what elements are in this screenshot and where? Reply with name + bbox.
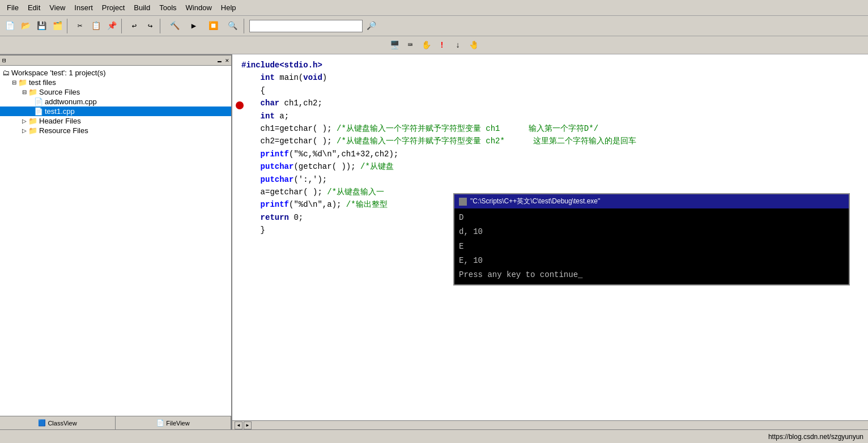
sidebar-item-addtwonum[interactable]: 📄 addtwonum.cpp xyxy=(0,97,231,107)
expand-source: ⊟ xyxy=(20,89,28,95)
code-line-4: char ch1,ch2; xyxy=(241,97,859,109)
sidebar-item-test1[interactable]: 📄 test1.cpp xyxy=(0,107,231,116)
code-scrollbar[interactable]: ◀ ▶ xyxy=(232,420,868,429)
menu-project[interactable]: Project xyxy=(97,2,129,13)
menu-help[interactable]: Help xyxy=(216,2,241,13)
console-line-3: E xyxy=(459,240,844,254)
sidebar-item-source-files[interactable]: ⊟ 📁 Source Files xyxy=(0,87,231,97)
code-line-13: putchar(':,'); xyxy=(241,173,859,186)
console-body: D d, 10 E E, 10 Press any key to continu… xyxy=(454,208,849,284)
new-button[interactable]: 📄 xyxy=(2,19,17,33)
workspace-root[interactable]: 🗂 Workspace 'test': 1 project(s) xyxy=(0,68,231,78)
header-folder-icon: 📁 xyxy=(28,117,37,125)
status-bar: https://blog.csdn.net/szgyunyun xyxy=(0,429,868,443)
search-button[interactable]: 🔎 xyxy=(364,19,378,33)
expand-header: ▷ xyxy=(20,118,28,124)
sep1 xyxy=(67,19,70,33)
sidebar-minimize[interactable]: 🗕 xyxy=(216,57,223,64)
save-all-button[interactable]: 🗂️ xyxy=(50,19,65,33)
source-files-label: Source Files xyxy=(39,88,80,96)
build-btn3[interactable]: ⏹️ xyxy=(204,19,222,33)
menu-window[interactable]: Window xyxy=(181,2,216,13)
sidebar-title-bar: ⊟ 🗕 ✕ xyxy=(0,56,231,66)
console-window: "C:\Scripts\C++英文\C\test\Debug\test.exe"… xyxy=(453,193,850,286)
scroll-left[interactable]: ◀ xyxy=(235,421,242,429)
classview-icon: 🟦 xyxy=(38,419,46,427)
build-btn2[interactable]: ▶️ xyxy=(185,19,203,33)
addtwonum-label: addtwonum.cpp xyxy=(45,97,97,106)
redo-button[interactable]: ↪ xyxy=(143,19,158,33)
fileview-label: FileView xyxy=(166,420,189,427)
sep3 xyxy=(160,19,163,33)
code-line-1: #include<stdio.h> xyxy=(241,59,859,71)
expand-test-files: ⊟ xyxy=(10,79,18,86)
save-button[interactable]: 💾 xyxy=(34,19,49,33)
console-line-1: D xyxy=(459,211,844,225)
fileview-icon: 📄 xyxy=(156,419,164,427)
sidebar-title: ⊟ xyxy=(2,57,6,64)
open-button[interactable]: 📂 xyxy=(18,19,33,33)
sidebar-tree: 🗂 Workspace 'test': 1 project(s) ⊟ 📁 tes… xyxy=(0,66,231,416)
main-area: ⊟ 🗕 ✕ 🗂 Workspace 'test': 1 project(s) ⊟… xyxy=(0,54,868,429)
menu-tools[interactable]: Tools xyxy=(155,2,181,13)
sep2 xyxy=(121,19,125,33)
toolbar1: 📄 📂 💾 🗂️ ✂️ 📋 📌 ↩ ↪ 🔨 ▶️ ⏹️ 🔍 🔎 xyxy=(0,16,868,36)
menu-insert[interactable]: Insert xyxy=(70,2,97,13)
menu-edit[interactable]: Edit xyxy=(23,2,45,13)
build-btn1[interactable]: 🔨 xyxy=(165,19,184,33)
scroll-right[interactable]: ▶ xyxy=(244,421,252,429)
classview-label: ClassView xyxy=(48,420,76,427)
sep4 xyxy=(244,19,247,33)
sidebar-close[interactable]: ✕ xyxy=(225,57,229,64)
menu-bar: File Edit View Insert Project Build Tool… xyxy=(0,0,868,16)
console-line-2: d, 10 xyxy=(459,225,844,239)
code-line-5: int a; xyxy=(241,110,859,122)
expand-resource: ▷ xyxy=(20,127,28,134)
menu-build[interactable]: Build xyxy=(129,2,155,13)
paste-button[interactable]: 📌 xyxy=(104,19,119,33)
workspace-icon: 🗂 xyxy=(2,69,10,77)
toolbar2: 🖥️ ⌨️ ✋ ! ↓ 🤚 xyxy=(0,36,868,54)
menu-view[interactable]: View xyxy=(45,2,70,13)
status-url: https://blog.csdn.net/szgyunyun xyxy=(768,433,863,441)
debug-btn2[interactable]: ⌨️ xyxy=(403,38,418,53)
tab-classview[interactable]: 🟦 ClassView xyxy=(0,416,116,429)
debug-btn1[interactable]: 🖥️ xyxy=(387,38,402,53)
sidebar: ⊟ 🗕 ✕ 🗂 Workspace 'test': 1 project(s) ⊟… xyxy=(0,54,232,429)
cpp-file-icon: 📄 xyxy=(34,97,43,106)
source-folder-icon: 📁 xyxy=(28,88,37,96)
resource-folder-icon: 📁 xyxy=(28,126,37,135)
cpp-file-selected-icon: 📄 xyxy=(34,107,43,116)
console-title-icon xyxy=(459,198,467,206)
search-input[interactable] xyxy=(249,20,363,32)
console-title-text: "C:\Scripts\C++英文\C\test\Debug\test.exe" xyxy=(470,196,600,207)
build-btn4[interactable]: 🔍 xyxy=(223,19,241,33)
header-files-label: Header Files xyxy=(39,117,81,125)
step-btn[interactable]: ↓ xyxy=(450,38,465,53)
resource-files-label: Resource Files xyxy=(39,126,88,135)
test1-label: test1.cpp xyxy=(45,107,75,116)
copy-button[interactable]: 📋 xyxy=(88,19,103,33)
test-files-label: test files xyxy=(29,78,56,87)
scroll-arrows: ◀ ▶ xyxy=(232,421,254,429)
sidebar-item-resource-files[interactable]: ▷ 📁 Resource Files xyxy=(0,126,231,135)
code-line-10: printf("%c,%d\n",ch1+32,ch2); xyxy=(241,148,859,160)
code-line-3: { xyxy=(241,84,859,97)
code-line-8: ch2=getchar( ); /*从键盘输入一个字符并赋予字符型变量 ch2*… xyxy=(241,135,859,147)
undo-button[interactable]: ↩ xyxy=(127,19,142,33)
sidebar-item-test-files[interactable]: ⊟ 📁 test files xyxy=(0,78,231,87)
cut-button[interactable]: ✂️ xyxy=(73,19,87,33)
workspace-label: Workspace 'test': 1 project(s) xyxy=(11,69,106,77)
console-title-bar: "C:\Scripts\C++英文\C\test\Debug\test.exe" xyxy=(454,194,849,208)
code-line-11: putchar(getchar( )); /*从键盘 xyxy=(241,160,859,173)
code-line-2: int main(void) xyxy=(241,71,859,84)
sidebar-tabs: 🟦 ClassView 📄 FileView xyxy=(0,416,231,429)
menu-file[interactable]: File xyxy=(2,2,23,13)
debug-btn3[interactable]: ✋ xyxy=(419,38,433,53)
sidebar-item-header-files[interactable]: ▷ 📁 Header Files xyxy=(0,116,231,126)
tab-fileview[interactable]: 📄 FileView xyxy=(116,416,231,429)
console-line-5: Press any key to continue_ xyxy=(459,268,844,282)
hand-btn[interactable]: 🤚 xyxy=(466,38,481,53)
code-editor[interactable]: #include<stdio.h> int main(void) { char … xyxy=(232,54,868,420)
stop-debug-btn[interactable]: ! xyxy=(435,38,449,53)
